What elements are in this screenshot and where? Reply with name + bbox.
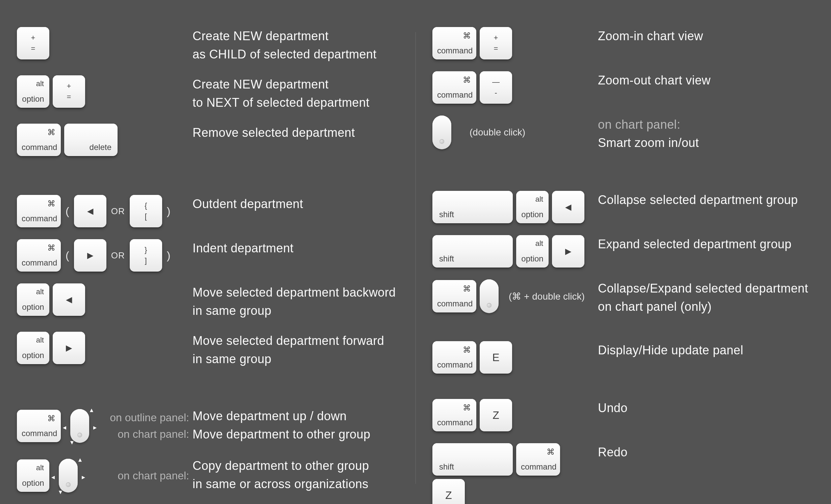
desc: Move department up / down Move departmen…	[193, 407, 399, 444]
desc: Remove selected department	[193, 124, 399, 142]
row-zoom-in: ⌘ command + = Zoom-in chart view	[432, 27, 814, 59]
key-brace-open: { [	[130, 195, 162, 227]
mouse-drag-icon: ▴ ▾ ◂ ▸	[53, 457, 84, 495]
row-collapse: shift alt option ◀ Collapse se	[432, 191, 814, 223]
key-z: Z	[432, 479, 465, 504]
desc: Move selected department backword in sam…	[193, 283, 399, 320]
key-plus-equals: + =	[53, 75, 85, 108]
desc: Copy department to other group in same o…	[193, 457, 399, 493]
column-divider	[416, 32, 416, 484]
key-command: ⌘ command	[432, 71, 476, 104]
row-undo: ⌘ command Z Undo	[432, 399, 814, 431]
row-create-next: alt option + = Create NEW department to …	[17, 75, 399, 112]
key-command: ⌘ command	[432, 27, 476, 59]
key-option: alt option	[17, 332, 49, 364]
key-option: alt option	[17, 459, 49, 492]
key-option: alt option	[516, 191, 549, 223]
key-arrow-left: ◀	[552, 191, 584, 223]
row-option-drag: alt option ▴ ▾ ◂ ▸	[17, 457, 399, 495]
row-collapse-expand-click: ⌘ command (⌘ + double click) Collapse/Ex…	[432, 279, 814, 316]
key-shift: shift	[432, 191, 513, 223]
key-command: ⌘ command	[17, 410, 61, 442]
key-command: ⌘ command	[432, 399, 476, 431]
mouse-note: (⌘ + double click)	[509, 291, 585, 302]
row-outdent: ⌘ command ( ◀ OR { [	[17, 195, 399, 227]
left-column: + = Create NEW department as CHILD of se…	[0, 0, 416, 504]
key-z: Z	[480, 399, 512, 431]
row-remove: ⌘ command delete Remove selected departm…	[17, 124, 399, 156]
key-command: ⌘ command	[17, 124, 61, 156]
key-command: ⌘ command	[17, 195, 61, 227]
desc: Zoom-in chart view	[598, 27, 814, 45]
desc: on chart panel: Smart zoom in/out	[598, 116, 814, 152]
desc: Outdent department	[193, 195, 399, 213]
key-e: E	[480, 341, 512, 374]
key-delete: delete	[64, 124, 118, 156]
key-minus: — -	[480, 71, 512, 104]
paren-open: (	[64, 195, 71, 227]
mouse-drag-icon: ▴ ▾ ◂ ▸	[64, 407, 95, 445]
mouse-icon	[432, 116, 451, 149]
mouse-icon	[70, 409, 89, 443]
key-arrow-right: ▶	[53, 332, 85, 364]
mouse-icon	[59, 459, 78, 493]
key-command: ⌘ command	[432, 280, 476, 312]
mouse-note: (double click)	[470, 127, 525, 138]
row-move-forward: alt option ▶ Move selected department fo…	[17, 332, 399, 368]
key-option: alt option	[17, 283, 49, 316]
row-redo: shift ⌘ command Z Redo	[432, 443, 814, 504]
desc: Zoom-out chart view	[598, 71, 814, 90]
key-option: alt option	[17, 75, 49, 108]
or: OR	[110, 239, 126, 272]
row-toggle-update-panel: ⌘ command E Display/Hide update panel	[432, 341, 814, 374]
row-indent: ⌘ command ( ▶ OR } ]	[17, 239, 399, 272]
row-cmd-drag: ⌘ command ▴ ▾ ◂ ▸	[17, 407, 399, 445]
mouse-icon	[480, 279, 499, 313]
key-option: alt option	[516, 235, 549, 268]
row-move-backward: alt option ◀ Move selected department ba…	[17, 283, 399, 320]
desc: Move selected department forward in same…	[193, 332, 399, 368]
key-plus-equals: + =	[480, 27, 512, 59]
context-label: on chart panel:	[118, 428, 189, 440]
key-arrow-left: ◀	[74, 195, 106, 227]
key-brace-close: } ]	[130, 239, 162, 272]
key-arrow-right: ▶	[552, 235, 584, 268]
shortcut-reference: + = Create NEW department as CHILD of se…	[0, 0, 831, 504]
key-command: ⌘ command	[516, 443, 560, 476]
key-arrow-right: ▶	[74, 239, 106, 272]
key-command: ⌘ command	[17, 239, 61, 272]
desc: Expand selected department group	[598, 235, 814, 253]
key-arrow-left: ◀	[53, 283, 85, 316]
context-label: on chart panel:	[118, 470, 189, 482]
desc: Create NEW department as CHILD of select…	[193, 27, 399, 64]
desc: Collapse selected department group	[598, 191, 814, 209]
or: OR	[110, 195, 126, 227]
desc: Create NEW department to NEXT of selecte…	[193, 75, 399, 112]
row-zoom-out: ⌘ command — - Zoom-out chart view	[432, 71, 814, 104]
desc: Undo	[598, 399, 814, 417]
paren-close: )	[166, 195, 172, 227]
desc: Display/Hide update panel	[598, 341, 814, 359]
row-expand: shift alt option ▶ Expand sele	[432, 235, 814, 268]
key-command: ⌘ command	[432, 341, 476, 374]
desc: Redo	[598, 443, 814, 461]
context-label: on outline panel:	[110, 411, 189, 424]
paren-close: )	[166, 239, 172, 272]
row-smart-zoom: (double click) on chart panel: Smart zoo…	[432, 116, 814, 152]
key-plus-equals: + =	[17, 27, 49, 59]
key-shift: shift	[432, 443, 513, 476]
key-shift: shift	[432, 235, 513, 268]
paren-open: (	[64, 239, 71, 272]
desc: Indent department	[193, 239, 399, 257]
desc: Collapse/Expand selected department on c…	[598, 279, 814, 316]
row-create-child: + = Create NEW department as CHILD of se…	[17, 27, 399, 64]
right-column: ⌘ command + = Zoom-in chart view	[416, 0, 831, 504]
